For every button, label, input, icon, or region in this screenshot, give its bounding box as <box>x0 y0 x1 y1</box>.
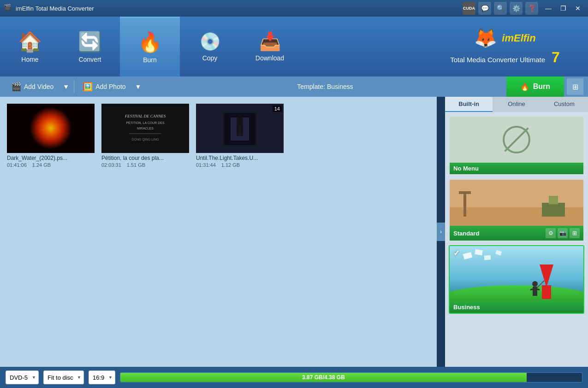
video-meta: 01:31:44 1.12 GB <box>196 162 284 168</box>
copy-icon: 💿 <box>199 31 221 52</box>
template-controls: ⚙ 📷 ⊞ <box>546 228 580 238</box>
chevron-right-icon: › <box>440 229 442 235</box>
burn-btn-icon: 🔥 <box>520 82 529 91</box>
title-bar: 🎬 imElfin Total Media Converter CUDA 💬 🔍… <box>0 0 588 17</box>
cuda-badge: CUDA <box>463 2 475 15</box>
svg-text:PÉTITION, LA COUR DES: PÉTITION, LA COUR DES <box>126 121 165 124</box>
template-label-bar: Standard ⚙ 📷 ⊞ <box>450 226 583 241</box>
svg-rect-23 <box>484 255 491 260</box>
video-title: Pétition, la cour des pla... <box>101 155 189 161</box>
burn-action-button[interactable]: 🔥 Burn <box>506 76 564 97</box>
toolbar-download-button[interactable]: 📥 Download <box>240 17 300 76</box>
tab-custom[interactable]: Custom <box>540 97 588 112</box>
video-item[interactable]: 14 Until.The.Light.Takes.U... 01:31:44 1… <box>196 104 284 168</box>
disc-type-wrapper: DVD-5 DVD-9 BD-25 BD-50 <box>6 370 39 384</box>
template-thumbnail: ✓ <box>450 246 583 301</box>
disc-type-select[interactable]: DVD-5 DVD-9 BD-25 BD-50 <box>6 370 39 384</box>
svg-rect-11 <box>237 122 243 136</box>
template-thumbnail <box>450 117 583 163</box>
sub-toolbar: 🎬 Add Video ▼ 🖼️ Add Photo ▼ Template: B… <box>0 76 588 97</box>
template-name: Business <box>453 304 480 311</box>
video-meta: 02:03:31 1.51 GB <box>101 162 189 168</box>
svg-rect-28 <box>533 287 537 296</box>
fit-mode-select[interactable]: Fit to disc Custom <box>43 370 84 384</box>
video-counter: 14 <box>273 106 282 112</box>
convert-icon: 🔄 <box>78 30 102 53</box>
svg-rect-18 <box>549 196 558 204</box>
template-grid-btn[interactable]: ⊞ <box>570 228 580 238</box>
template-label: Template: Business <box>144 83 506 90</box>
svg-point-1 <box>30 107 71 149</box>
toolbar-home-button[interactable]: 🏠 Home <box>0 17 60 76</box>
minimize-button[interactable]: — <box>542 3 555 14</box>
chat-icon[interactable]: 💬 <box>478 2 491 15</box>
close-button[interactable]: ✕ <box>571 3 584 14</box>
search-icon[interactable]: 🔍 <box>494 2 507 15</box>
toolbar-buttons: 🏠 Home 🔄 Convert 🔥 Burn 💿 Copy 📥 Downloa… <box>0 17 422 76</box>
template-name: Standard <box>453 230 479 237</box>
logo-version: 7 <box>552 49 560 66</box>
panel-collapse-button[interactable]: › <box>437 223 445 241</box>
video-size: 1.51 GB <box>127 162 145 168</box>
video-info: Pétition, la cour des pla... 02:03:31 1.… <box>101 155 189 168</box>
burn-btn-label: Burn <box>533 82 550 91</box>
download-icon: 📥 <box>259 31 281 52</box>
logo-subtitle: Total Media Converter Ultimate <box>450 56 545 64</box>
add-video-button[interactable]: 🎬 Add Video <box>5 76 60 97</box>
chevron-down-icon-2: ▼ <box>135 83 142 90</box>
toolbar-convert-button[interactable]: 🔄 Convert <box>60 17 120 76</box>
template-toggle-btn[interactable]: ⚙ <box>546 228 556 238</box>
template-name: No Menu <box>453 165 479 172</box>
burn-icon: 🔥 <box>138 31 162 53</box>
video-size: 1.12 GB <box>221 162 240 168</box>
help-icon[interactable]: ❓ <box>525 2 538 15</box>
restore-button[interactable]: ❐ <box>557 3 570 14</box>
video-item[interactable]: Dark_Water_(2002).ps... 01:41:06 1.24 GB <box>7 104 95 168</box>
template-list: No Menu <box>445 112 588 367</box>
template-label-bar: Business <box>450 301 583 313</box>
video-area: Dark_Water_(2002).ps... 01:41:06 1.24 GB… <box>0 97 437 367</box>
add-photo-icon: 🖼️ <box>83 82 93 92</box>
storage-progress-bar: 3.87 GB/4.38 GB <box>120 372 582 382</box>
home-icon: 🏠 <box>18 30 42 53</box>
video-size: 1.24 GB <box>32 162 51 168</box>
template-item-standard[interactable]: Standard ⚙ 📷 ⊞ <box>449 179 584 241</box>
video-thumbnail: 14 <box>196 104 284 153</box>
toolbar-burn-button[interactable]: 🔥 Burn <box>120 17 180 76</box>
toolbar-copy-button[interactable]: 💿 Copy <box>180 17 240 76</box>
logo-area: 🦊 imElfin Total Media Converter Ultimate… <box>422 17 588 76</box>
video-duration: 01:31:44 <box>196 162 216 168</box>
panel-tabs: Built-in Online Custom <box>445 97 588 112</box>
add-photo-button[interactable]: 🖼️ Add Photo <box>76 76 132 97</box>
tab-builtin[interactable]: Built-in <box>445 97 493 112</box>
system-icons: CUDA 💬 🔍 ⚙️ ❓ <box>463 2 538 15</box>
add-photo-dropdown-button[interactable]: ▼ <box>132 76 144 97</box>
aspect-ratio-select[interactable]: 16:9 4:3 <box>89 370 115 384</box>
tab-online[interactable]: Online <box>493 97 540 112</box>
bottom-bar: DVD-5 DVD-9 BD-25 BD-50 Fit to disc Cust… <box>0 367 588 388</box>
video-duration: 02:03:31 <box>101 162 121 168</box>
top-toolbar: 🏠 Home 🔄 Convert 🔥 Burn 💿 Copy 📥 Downloa… <box>0 17 588 76</box>
video-info: Dark_Water_(2002).ps... 01:41:06 1.24 GB <box>7 155 95 168</box>
svg-point-12 <box>237 117 243 123</box>
svg-text:DONG QING LING: DONG QING LING <box>131 138 159 141</box>
add-video-label: Add Video <box>24 83 53 90</box>
burn-label: Burn <box>143 56 157 64</box>
template-item-business[interactable]: ✓ Business <box>449 245 584 314</box>
copy-label: Copy <box>202 54 218 62</box>
add-photo-label: Add Photo <box>95 83 125 90</box>
svg-rect-26 <box>542 285 551 299</box>
main-content: Dark_Water_(2002).ps... 01:41:06 1.24 GB… <box>0 97 588 367</box>
settings-icon[interactable]: ⚙️ <box>510 2 523 15</box>
add-video-dropdown-button[interactable]: ▼ <box>60 76 72 97</box>
tab-online-label: Online <box>508 100 525 107</box>
chevron-down-icon: ▼ <box>63 83 69 90</box>
template-item-no-menu[interactable]: No Menu <box>449 116 584 175</box>
tab-builtin-label: Built-in <box>458 100 479 107</box>
app-icon: 🎬 <box>4 4 13 13</box>
video-item[interactable]: FESTIVAL DE CANNES PÉTITION, LA COUR DES… <box>101 104 189 168</box>
grid-view-button[interactable]: ⊞ <box>567 78 583 95</box>
sub-divider-1 <box>74 80 74 93</box>
template-camera-btn[interactable]: 📷 <box>558 228 568 238</box>
template-check-icon: ✓ <box>453 249 459 258</box>
